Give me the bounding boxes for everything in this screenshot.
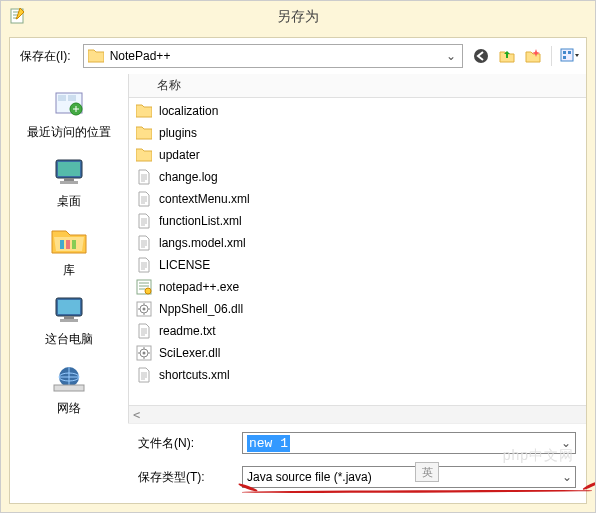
svg-rect-13 [60,181,78,184]
file-name: langs.model.xml [159,236,246,250]
places-thispc[interactable]: 这台电脑 [10,293,128,348]
view-menu-button[interactable] [560,46,580,66]
app-icon [9,7,27,25]
file-item[interactable]: shortcuts.xml [129,364,586,386]
places-recent[interactable]: 最近访问的位置 [10,86,128,141]
svg-rect-23 [54,385,84,391]
save-in-select[interactable]: NotePad++ ⌄ [83,44,463,68]
desktop-icon [49,155,89,189]
places-desktop[interactable]: 桌面 [10,155,128,210]
file-name: shortcuts.xml [159,368,230,382]
folder-icon [135,124,153,142]
dialog-title: 另存为 [277,8,319,26]
dll-icon [135,344,153,362]
places-libraries[interactable]: 库 [10,224,128,279]
new-folder-button[interactable] [523,46,543,66]
file-item[interactable]: plugins [129,122,586,144]
file-item[interactable]: langs.model.xml [129,232,586,254]
filetype-select[interactable]: Java source file (*.java) ⌄ [242,466,576,488]
svg-point-25 [145,288,151,294]
file-item[interactable]: readme.txt [129,320,586,342]
file-item[interactable]: SciLexer.dll [129,342,586,364]
place-label: 库 [63,262,75,279]
svg-rect-2 [561,49,573,61]
file-name: readme.txt [159,324,216,338]
folder-icon [135,102,153,120]
place-label: 这台电脑 [45,331,93,348]
chevron-down-icon[interactable]: ⌄ [562,470,572,484]
file-item[interactable]: LICENSE [129,254,586,276]
svg-rect-3 [563,51,566,54]
file-item[interactable]: updater [129,144,586,166]
file-icon [135,322,153,340]
back-button[interactable] [471,46,491,66]
svg-rect-16 [72,240,76,249]
thispc-icon [49,293,89,327]
svg-rect-4 [568,51,571,54]
file-item[interactable]: change.log [129,166,586,188]
place-label: 桌面 [57,193,81,210]
network-icon [49,362,89,396]
svg-rect-20 [60,319,78,322]
places-network[interactable]: 网络 [10,362,128,417]
place-label: 最近访问的位置 [27,124,111,141]
column-header-name[interactable]: 名称 [129,74,586,98]
exe-icon [135,278,153,296]
file-icon [135,212,153,230]
svg-rect-8 [68,95,76,101]
file-icon [135,234,153,252]
svg-point-31 [143,352,146,355]
svg-rect-18 [58,300,80,314]
folder-icon [135,146,153,164]
recent-icon [49,86,89,120]
file-name: SciLexer.dll [159,346,220,360]
svg-rect-12 [64,178,74,181]
watermark: php中文网 [503,447,574,465]
file-name: change.log [159,170,218,184]
file-icon [135,366,153,384]
file-name: updater [159,148,200,162]
folder-icon [88,49,104,63]
save-in-label: 保存在(I): [16,48,75,65]
svg-rect-19 [64,316,74,319]
svg-rect-7 [58,95,66,101]
svg-rect-15 [66,240,70,249]
file-name: localization [159,104,218,118]
horizontal-scrollbar[interactable]: < [129,405,586,423]
libraries-icon [49,224,89,258]
svg-rect-5 [563,56,566,59]
svg-rect-11 [58,162,80,176]
chevron-down-icon: ⌄ [444,49,458,63]
file-name: notepad++.exe [159,280,239,294]
place-label: 网络 [57,400,81,417]
file-item[interactable]: functionList.xml [129,210,586,232]
file-icon [135,168,153,186]
dll-icon [135,300,153,318]
ime-badge: 英 [415,462,439,482]
file-name: LICENSE [159,258,210,272]
filename-label: 文件名(N): [138,435,232,452]
file-item[interactable]: contextMenu.xml [129,188,586,210]
file-item[interactable]: localization [129,100,586,122]
file-item[interactable]: NppShell_06.dll [129,298,586,320]
file-icon [135,256,153,274]
file-name: contextMenu.xml [159,192,250,206]
save-in-value: NotePad++ [110,49,438,63]
filetype-label: 保存类型(T): [138,469,232,486]
file-name: plugins [159,126,197,140]
svg-point-1 [474,49,488,63]
svg-rect-14 [60,240,64,249]
up-one-level-button[interactable] [497,46,517,66]
file-item[interactable]: notepad++.exe [129,276,586,298]
file-icon [135,190,153,208]
file-name: NppShell_06.dll [159,302,243,316]
file-name: functionList.xml [159,214,242,228]
svg-point-28 [143,308,146,311]
